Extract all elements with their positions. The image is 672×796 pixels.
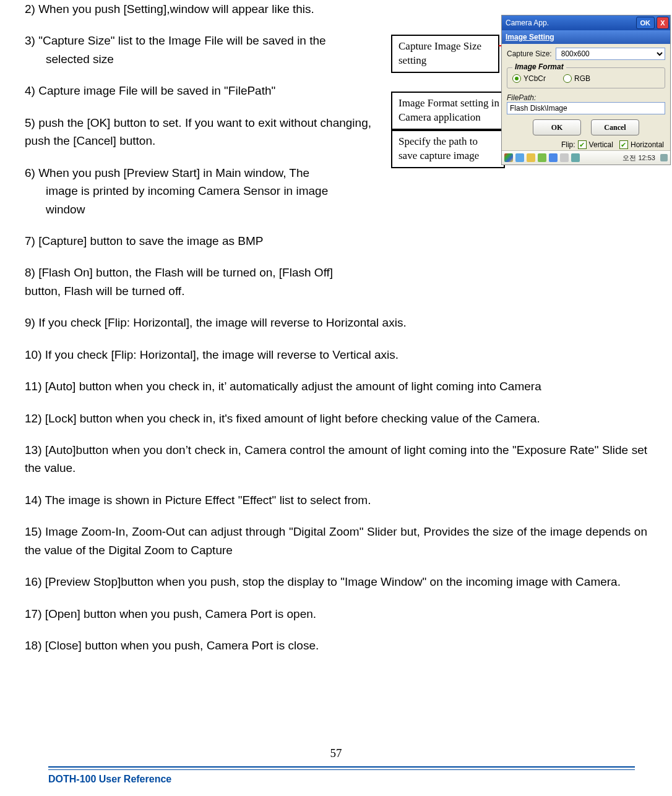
step-18: 18) [Close] button when you push, Camera…: [25, 636, 647, 654]
step-16: 16) [Preview Stop]button when you push, …: [25, 573, 647, 591]
step-3-line2: selected size: [25, 50, 392, 68]
tray-icon[interactable]: [538, 153, 546, 162]
step-10: 10) If you check [Flip: Horizontal], the…: [25, 346, 647, 364]
filepath-label: FilePath:: [507, 93, 661, 102]
tray-icon[interactable]: [560, 153, 569, 162]
step-13: 13) [Auto]button when you don’t check in…: [25, 441, 647, 477]
step-6-line1: 6) When you push [Preview Start] in Main…: [25, 164, 371, 182]
step-5: 5) push the [OK] button to set. If you w…: [25, 114, 371, 150]
image-format-legend: Image Format: [512, 62, 566, 71]
footer-rule-thin: [48, 769, 635, 770]
radio-ycbcr-label: YCbCr: [523, 74, 546, 83]
step-14: 14) The image is shown in Picture Effect…: [25, 491, 647, 509]
step-11: 11) [Auto] button when you check in, it’…: [25, 377, 647, 395]
start-icon[interactable]: [504, 153, 513, 162]
tray-icon[interactable]: [571, 153, 580, 162]
radio-rgb-label: RGB: [574, 74, 590, 83]
step-4: 4) Capture image File will be saved in "…: [25, 82, 371, 100]
step-2: 2) When you push [Setting],window will a…: [25, 0, 371, 18]
window-ok-button[interactable]: OK: [636, 17, 655, 29]
flip-row: Flip: ✔ Vertical ✔ Horizontal: [507, 140, 665, 149]
step-6-line2: image is printed by incoming Camera Sens…: [25, 182, 392, 200]
flip-horizontal-checkbox[interactable]: ✔: [619, 140, 628, 149]
step-8: 8) [Flash On] button, the Flash will be …: [25, 263, 371, 300]
camera-app-screenshot: Camera App. OK X Image Setting Capture S…: [501, 15, 671, 165]
tray-icon[interactable]: [527, 153, 535, 162]
settings-panel: Capture Size: 800x600 Image Format YCbCr…: [502, 44, 670, 150]
footer-reference: DOTH-100 User Reference: [48, 774, 171, 785]
window-titlebar: Camera App. OK X: [502, 15, 670, 30]
page-number: 57: [0, 747, 672, 760]
step-17: 17) [Open] button when you push, Camera …: [25, 605, 647, 623]
window-close-button[interactable]: X: [657, 17, 669, 29]
step-3-line1: 3) "Capture Size" list to the Image File…: [25, 32, 371, 49]
tray-icon[interactable]: [515, 153, 524, 162]
callout-filepath: Specify the path to save capture image: [391, 130, 505, 168]
ok-button[interactable]: OK: [533, 119, 581, 135]
taskbar-clock: 오전 12:53: [622, 153, 655, 163]
sip-icon[interactable]: [660, 154, 668, 161]
step-15: 15) Image Zoom-In, Zoom-Out can adjust t…: [25, 523, 647, 559]
flip-vertical-label: Vertical: [589, 140, 613, 149]
flip-label: Flip:: [561, 140, 575, 149]
window-title: Camera App.: [506, 19, 549, 27]
radio-ycbcr[interactable]: YCbCr: [512, 74, 546, 83]
filepath-input[interactable]: [507, 102, 665, 114]
menu-image-setting[interactable]: Image Setting: [502, 30, 670, 44]
taskbar: 오전 12:53: [502, 150, 670, 165]
footer-rule: [48, 766, 635, 768]
flip-horizontal-label: Horizontal: [631, 140, 664, 149]
radio-rgb[interactable]: RGB: [563, 74, 590, 83]
step-9: 9) If you check [Flip: Horizontal], the …: [25, 314, 647, 332]
callout-image-format: Image Format setting in Camera applicati…: [391, 92, 512, 130]
step-12: 12) [Lock] button when you check in, it'…: [25, 409, 647, 427]
step-6-line3: window: [25, 200, 392, 218]
cancel-button[interactable]: Cancel: [591, 119, 639, 135]
callout-capture-size: Capture Image Size setting: [391, 35, 499, 73]
step-7: 7) [Capture] button to save the image as…: [25, 232, 371, 250]
capture-size-select[interactable]: 800x600: [556, 48, 665, 60]
page: 2) When you push [Setting],window will a…: [0, 0, 672, 796]
capture-size-label: Capture Size:: [507, 49, 552, 58]
image-format-fieldset: Image Format YCbCr RGB: [507, 67, 665, 88]
tray-icon[interactable]: [549, 153, 558, 162]
flip-vertical-checkbox[interactable]: ✔: [578, 140, 587, 149]
